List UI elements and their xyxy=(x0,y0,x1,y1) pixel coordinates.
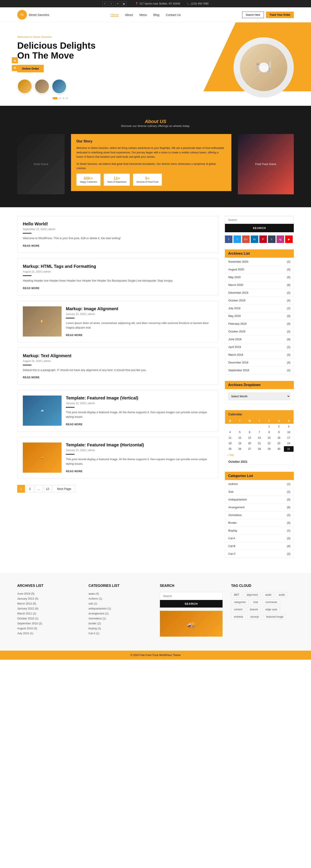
sidebar-youtube-icon[interactable]: ▶ xyxy=(285,236,293,243)
page-12-button[interactable]: 12 xyxy=(44,485,51,493)
post-title-2[interactable]: Markup: HTML Tags and Formatting xyxy=(23,264,213,269)
hero-dot-3[interactable] xyxy=(62,97,65,99)
cal-day[interactable]: 5 xyxy=(235,429,244,435)
cat-item-aciform[interactable]: Aciform(1) xyxy=(225,480,293,488)
sidebar-search-button[interactable]: SEARCH xyxy=(225,224,294,232)
hero-down-arrow[interactable]: ▼ xyxy=(12,65,18,71)
archive-item-mar2020[interactable]: March 2020(6) xyxy=(225,281,293,289)
footer-archive-jan2012[interactable]: January 2012 (6) xyxy=(17,607,80,610)
page-1-button[interactable]: 1 xyxy=(17,485,25,493)
sidebar-pinterest-icon[interactable]: P xyxy=(260,236,267,243)
footer-archive-jun2019[interactable]: June 2019 (5) xyxy=(17,592,80,595)
cal-day[interactable]: 28 xyxy=(254,446,264,452)
footer-archive-mar2012[interactable]: March 2012 (5) xyxy=(17,602,80,605)
footer-cat-sub[interactable]: sub (1) xyxy=(89,602,151,605)
footer-archive-jan2013[interactable]: January 2013 (5) xyxy=(17,597,80,600)
read-more-4[interactable]: READ MORE xyxy=(23,376,40,379)
tag-featured-image[interactable]: featured image xyxy=(264,614,286,620)
cal-day[interactable]: 6 xyxy=(245,429,254,435)
footer-archive-oct2010[interactable]: October 2010 (1) xyxy=(17,617,80,620)
cal-day[interactable]: 15 xyxy=(264,435,274,441)
cal-day[interactable]: 7 xyxy=(254,429,264,435)
cal-day[interactable]: 22 xyxy=(264,441,274,446)
archive-item-dec2019[interactable]: December 2019(2) xyxy=(225,289,293,297)
tag-8bit[interactable]: 8BIT xyxy=(231,592,242,598)
read-more-1[interactable]: READ MORE xyxy=(23,244,40,247)
footer-cat-aciform[interactable]: Aciform (1) xyxy=(89,597,151,600)
footer-cat-border[interactable]: border (2) xyxy=(89,622,151,625)
read-more-6[interactable]: READ MORE xyxy=(66,470,83,473)
social-links[interactable]: f t ✕ ▶ xyxy=(102,1,127,6)
tag-alignment[interactable]: alignment xyxy=(244,592,261,598)
footer-archive-jul2010[interactable]: July 2010 (1) xyxy=(17,632,80,635)
sidebar-linkedin-icon[interactable]: in xyxy=(251,236,258,243)
sidebar-twitter-icon[interactable]: t xyxy=(234,236,241,243)
archive-item-dec2018[interactable]: December 2018(4) xyxy=(225,359,293,367)
page-2-button[interactable]: 2 xyxy=(26,485,34,493)
hero-dot-2[interactable] xyxy=(59,97,61,99)
post-title-4[interactable]: Markup: Text Alignment xyxy=(23,353,213,358)
cat-item-arrangement[interactable]: Arrangement(6) xyxy=(225,503,293,511)
cal-day[interactable]: 18 xyxy=(225,441,235,446)
cat-item-catc[interactable]: Cat C(2) xyxy=(225,550,293,558)
nav-contact[interactable]: Contact Us xyxy=(166,13,181,17)
nav-about[interactable]: About xyxy=(125,13,133,17)
cal-day[interactable]: 16 xyxy=(274,435,284,441)
footer-search-input[interactable] xyxy=(160,592,222,600)
read-more-5[interactable]: READ MORE xyxy=(66,423,83,426)
tag-chat[interactable]: chat xyxy=(250,599,261,605)
cal-day[interactable]: 12 xyxy=(235,435,244,441)
calendar-prev-link[interactable]: « Sep xyxy=(227,454,234,457)
footer-cat-arrangement[interactable]: arrangement (1) xyxy=(89,612,151,615)
cal-day[interactable]: 17 xyxy=(284,435,293,441)
nav-blog[interactable]: Blog xyxy=(153,13,160,17)
cat-item-buying[interactable]: Buying(1) xyxy=(225,527,293,534)
footer-cat-aaaa[interactable]: aaaa (4) xyxy=(89,592,151,595)
archive-item-sep2018[interactable]: September 2018(2) xyxy=(225,367,293,374)
archive-item-nov2020[interactable]: November 2020(2) xyxy=(225,258,293,266)
footer-archive-sep2010[interactable]: September 2010 (2) xyxy=(17,622,80,625)
cat-item-cata[interactable]: Cat A(3) xyxy=(225,534,293,542)
tag-categories[interactable]: categories xyxy=(231,599,249,605)
read-more-2[interactable]: READ MORE xyxy=(23,287,40,290)
footer-archive-mar2011[interactable]: March 2011 (1) xyxy=(17,612,80,615)
sidebar-tumblr-icon[interactable]: t xyxy=(268,236,275,243)
next-page-button[interactable]: Next Page xyxy=(53,485,75,493)
footer-cat-cata[interactable]: Cat A (1) xyxy=(89,632,151,635)
post-title-6[interactable]: Template: Featured Image (Horizontal) xyxy=(66,442,213,447)
cal-day[interactable]: 8 xyxy=(264,429,274,435)
cal-day[interactable]: 25 xyxy=(225,446,235,452)
cat-item-sub[interactable]: Sub(1) xyxy=(225,488,293,496)
cat-item-asmodeus[interactable]: Asmodeus(2) xyxy=(225,511,293,519)
track-order-button[interactable]: Track Your Order xyxy=(266,12,294,18)
tag-excerpt[interactable]: excerpt xyxy=(247,614,262,620)
cal-day[interactable]: 4 xyxy=(225,429,235,435)
youtube-icon[interactable]: ▶ xyxy=(122,1,127,6)
facebook-icon[interactable]: f xyxy=(102,1,107,6)
cal-day[interactable]: 19 xyxy=(235,441,244,446)
footer-cat-asmodeus[interactable]: Asmodeus (1) xyxy=(89,617,151,620)
twitter-icon[interactable]: t xyxy=(109,1,114,6)
cat-item-broder[interactable]: Broder(4) xyxy=(225,519,293,527)
tag-audio[interactable]: audio xyxy=(276,592,288,598)
cal-day[interactable]: 24 xyxy=(284,441,293,446)
footer-archive-aug2010[interactable]: August 2010 (3) xyxy=(17,627,80,630)
cal-day[interactable]: 30 xyxy=(274,446,284,452)
archives-dropdown-select[interactable]: Select Month xyxy=(228,393,290,400)
footer-cat-buying[interactable]: buying (1) xyxy=(89,627,151,630)
archive-item-apr2019[interactable]: April 2019(1) xyxy=(225,343,293,351)
cat-item-catb[interactable]: Cat B(4) xyxy=(225,542,293,550)
hero-up-arrow[interactable]: ▲ xyxy=(12,57,18,63)
sidebar-facebook-icon[interactable]: f xyxy=(225,236,233,243)
tag-content[interactable]: content xyxy=(231,607,245,612)
archive-item-mar2019[interactable]: March 2019(3) xyxy=(225,351,293,359)
tag-comments[interactable]: comments xyxy=(263,599,280,605)
cal-day[interactable]: 26 xyxy=(235,446,244,452)
sidebar-instagram-icon[interactable]: ig xyxy=(277,236,284,243)
online-order-button[interactable]: Online Order xyxy=(17,65,44,72)
cal-day[interactable]: 13 xyxy=(245,435,254,441)
archive-item-may2019[interactable]: May 2019(3) xyxy=(225,312,293,320)
nav-menu[interactable]: Menu xyxy=(139,13,147,17)
footer-cat-antiquarianism[interactable]: antiquarianism (1) xyxy=(89,607,151,610)
archive-item-feb2019[interactable]: February 2019(4) xyxy=(225,320,293,328)
